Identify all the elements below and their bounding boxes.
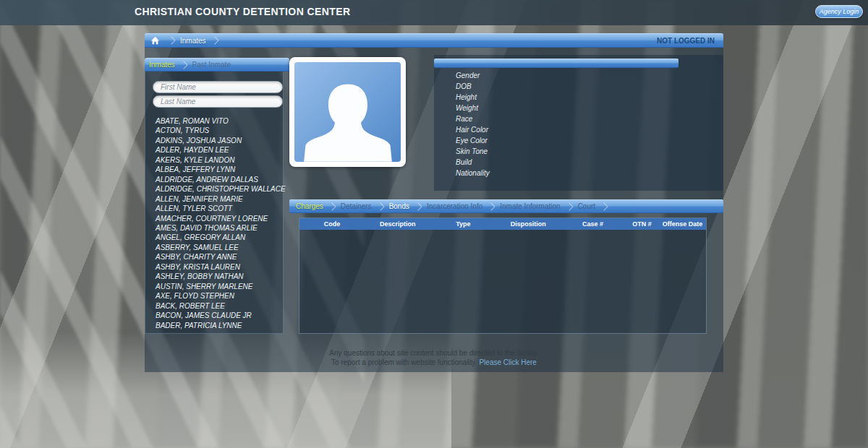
list-item[interactable]: AKERS, KYLE LANDON: [156, 155, 278, 165]
detail-label: Gender: [456, 71, 490, 82]
detail-label: Nationality: [456, 168, 490, 179]
detail-label: Height: [456, 92, 490, 103]
tab-separator-icon: [600, 202, 608, 210]
list-item[interactable]: ASHBY, KRISTA LAUREN: [156, 262, 278, 272]
first-name-input[interactable]: [153, 81, 283, 93]
inmate-list-panel: ABATE, ROMAN VITOACTON, TYRUSADKINS, JOS…: [145, 72, 284, 334]
list-item[interactable]: ANGEL, GREGORY ALLAN: [156, 233, 278, 242]
column-header: OTN #: [625, 220, 660, 228]
tab-incarceration-info[interactable]: Incarceration Info: [427, 202, 482, 210]
top-bar: [0, 0, 868, 25]
list-item[interactable]: BACK, ROBERT LEE: [156, 301, 278, 311]
home-icon: [150, 36, 160, 45]
tab-separator-icon: [328, 202, 336, 210]
tab-inmate-information[interactable]: Inmate Information: [500, 202, 560, 210]
list-item[interactable]: AMES, DAVID THOMAS ARLIE: [156, 223, 278, 233]
list-item[interactable]: AMACHER, COURTNEY LORENE: [156, 214, 278, 223]
tab-separator-icon: [376, 202, 384, 210]
column-header: Offense Date: [659, 220, 706, 228]
list-item[interactable]: ALDRIDGE, CHRISTOPHER WALLACE: [156, 184, 278, 194]
detail-label: Race: [456, 114, 490, 125]
list-item[interactable]: ADLER, HAYDEN LEE: [156, 145, 278, 155]
report-problem-link[interactable]: Please Click Here: [479, 358, 536, 366]
inmate-photo-placeholder: [294, 62, 401, 162]
list-item[interactable]: ABATE, ROMAN VITO: [156, 116, 278, 126]
list-item[interactable]: BACON, JAMES CLAUDE JR: [156, 311, 278, 320]
column-header: Type: [431, 220, 496, 228]
tab-detainers[interactable]: Detainers: [341, 202, 372, 210]
list-item[interactable]: ASHBY, CHARITY ANNE: [156, 252, 278, 262]
tab-inmates[interactable]: Inmates: [149, 61, 175, 69]
inmate-list-tabs: Inmates Past Inmate: [145, 58, 289, 72]
column-header: Disposition: [495, 220, 561, 228]
column-header: Code: [299, 220, 365, 228]
tab-past-inmate[interactable]: Past Inmate: [192, 61, 231, 69]
list-item[interactable]: ALLEN, TYLER SCOTT: [156, 204, 278, 213]
list-item[interactable]: ASHLEY, BOBBY NATHAN: [156, 272, 278, 281]
column-header: Case #: [561, 220, 624, 228]
column-header: Description: [365, 220, 431, 228]
charges-table: CodeDescriptionTypeDispositionCase #OTN …: [299, 217, 707, 334]
list-item[interactable]: BADER, PATRICIA LYNNE: [156, 321, 278, 330]
detail-label: Weight: [456, 103, 490, 114]
detail-label: Hair Color: [456, 125, 490, 136]
agency-login-button[interactable]: Agency Login: [815, 5, 863, 18]
list-item[interactable]: ACTON, TYRUS: [156, 126, 278, 135]
footer-line1: Any questions about site content should …: [145, 348, 723, 358]
tab-separator-icon: [565, 202, 573, 210]
inmate-name-titlebar: [434, 59, 678, 68]
detail-label: Eye Color: [456, 136, 490, 147]
list-item[interactable]: AXE, FLOYD STEPHEN: [156, 291, 278, 301]
list-item[interactable]: ALLEN, JENNIFER MARIE: [156, 194, 278, 204]
last-name-input[interactable]: [153, 95, 283, 108]
home-breadcrumb[interactable]: [145, 34, 163, 47]
page-title: CHRISTIAN COUNTY DETENTION CENTER: [135, 6, 350, 17]
person-silhouette-icon: [299, 76, 396, 162]
tab-court[interactable]: Court: [578, 202, 595, 210]
list-item[interactable]: ALDRIDGE, ANDREW DALLAS: [156, 175, 278, 184]
inmate-list: ABATE, ROMAN VITOACTON, TYRUSADKINS, JOS…: [156, 116, 278, 330]
inmate-photo-frame: [289, 57, 406, 167]
breadcrumb-item-inmates[interactable]: Inmates: [180, 37, 206, 45]
tab-bonds[interactable]: Bonds: [389, 202, 409, 210]
list-item[interactable]: ASBERRY, SAMUEL LEE: [156, 243, 278, 252]
footer-line2: To report a problem with website functio…: [145, 358, 723, 367]
tab-charges[interactable]: Charges: [296, 202, 323, 210]
breadcrumb: Inmates NOT LOGGED IN: [145, 33, 723, 48]
list-item[interactable]: ALBEA, JEFFERY LYNN: [156, 165, 278, 174]
detail-label: Build: [456, 158, 490, 168]
breadcrumb-separator-icon: [210, 36, 218, 44]
charges-table-header: CodeDescriptionTypeDispositionCase #OTN …: [299, 218, 706, 230]
tab-separator-icon: [488, 202, 495, 210]
detail-label: DOB: [456, 82, 490, 92]
page: CHRISTIAN COUNTY DETENTION CENTER Agency…: [0, 0, 868, 448]
tab-separator-icon: [414, 202, 422, 210]
login-status: NOT LOGGED IN: [657, 37, 715, 45]
footer-line2-text: To report a problem with website functio…: [331, 358, 477, 366]
breadcrumb-separator-icon: [167, 36, 175, 44]
footer: Any questions about site content should …: [145, 348, 723, 367]
list-item[interactable]: ADKINS, JOSHUA JASON: [156, 136, 278, 145]
detail-label: Skin Tone: [456, 147, 490, 158]
tab-separator-icon: [179, 61, 187, 69]
list-item[interactable]: AUSTIN, SHERRY MARLENE: [156, 282, 278, 291]
detail-labels: GenderDOBHeightWeightRaceHair ColorEye C…: [456, 71, 490, 179]
record-tabs: Charges Detainers Bonds Incarceration In…: [289, 199, 723, 213]
